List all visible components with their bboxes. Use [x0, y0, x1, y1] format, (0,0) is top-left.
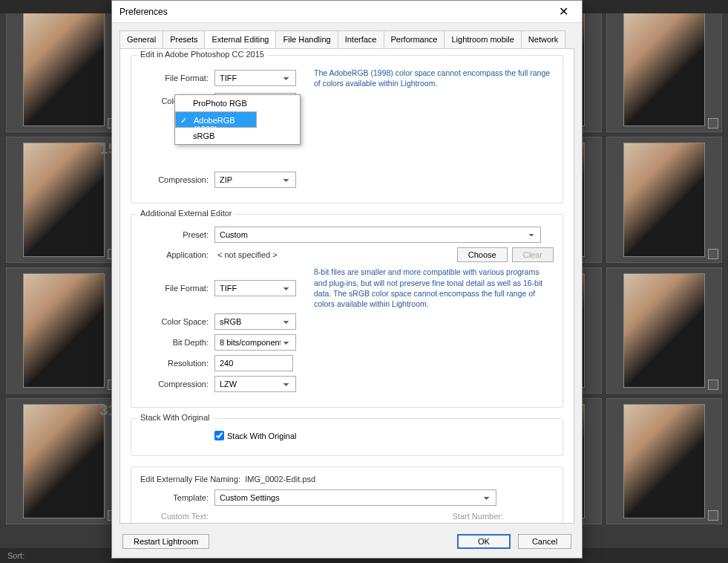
tab-external-editing[interactable]: External Editing — [204, 30, 276, 48]
tab-lightroom-mobile[interactable]: Lightroom mobile — [444, 30, 521, 48]
file-format-label: File Format: — [140, 74, 214, 82]
thumbnail[interactable] — [606, 137, 722, 263]
thumb-badge-icon — [708, 510, 718, 521]
thumbnail[interactable]: 31 — [6, 398, 122, 524]
thumb-badge-icon — [708, 118, 718, 128]
tab-content: Edit in Adobe Photoshop CC 2015 File For… — [119, 48, 574, 524]
cancel-button[interactable]: Cancel — [518, 534, 571, 549]
application-value: < not specified > — [217, 250, 457, 259]
tab-file-handling[interactable]: File Handling — [275, 30, 338, 48]
tab-bar: General Presets External Editing File Ha… — [112, 23, 582, 48]
color-space-dropdown: ProPhoto RGB ✓AdobeRGB (1998) sRGB — [174, 94, 301, 145]
compression-select-2[interactable]: LZW — [214, 376, 296, 392]
tab-network[interactable]: Network — [521, 30, 565, 48]
file-format-select[interactable]: TIFF — [214, 70, 296, 86]
titlebar: Preferences ✕ — [112, 1, 582, 23]
option-prophoto-rgb[interactable]: ProPhoto RGB — [175, 95, 300, 111]
stack-with-original-label: Stack With Original — [227, 432, 297, 440]
application-label: Application: — [140, 250, 214, 259]
thumbnail[interactable] — [606, 398, 722, 524]
tab-interface[interactable]: Interface — [338, 30, 384, 48]
stack-with-original-checkbox[interactable] — [214, 431, 224, 440]
preset-select[interactable]: Custom — [214, 227, 541, 243]
dialog-footer: Restart Lightroom OK Cancel — [112, 528, 582, 558]
file-format-select-2[interactable]: TIFF — [214, 280, 296, 296]
close-icon[interactable]: ✕ — [553, 3, 574, 20]
tab-presets[interactable]: Presets — [163, 30, 205, 48]
thumbnail[interactable] — [606, 6, 722, 132]
tab-general[interactable]: General — [119, 30, 163, 48]
additional-external-editor-group: Additional External Editor Preset: Custo… — [131, 214, 563, 408]
resolution-input[interactable] — [214, 355, 293, 371]
file-naming-group: Edit Externally File Naming: IMG_0002-Ed… — [131, 466, 563, 524]
stack-with-original-group: Stack With Original Stack With Original — [131, 418, 563, 456]
thumbnail[interactable]: 15 — [6, 137, 122, 263]
file-format-info: 8-bit files are smaller and more compati… — [314, 267, 554, 309]
color-space-label: Color Space: — [140, 317, 214, 326]
option-adobergb-1998[interactable]: ✓AdobeRGB (1998) — [175, 111, 257, 128]
colorspace-info: The AdobeRGB (1998) color space cannot e… — [314, 68, 554, 88]
thumbnail[interactable] — [6, 267, 122, 394]
custom-text-label: Custom Text: — [140, 512, 214, 521]
start-number-label: Start Number: — [453, 512, 509, 521]
option-srgb[interactable]: sRGB — [175, 128, 300, 144]
choose-button[interactable]: Choose — [457, 247, 508, 262]
compression-label: Compression: — [140, 380, 214, 388]
thumbnail[interactable] — [6, 6, 122, 132]
group-title: Stack With Original — [137, 413, 213, 422]
group-title: Edit in Adobe Photoshop CC 2015 — [137, 50, 267, 59]
tab-performance[interactable]: Performance — [384, 30, 445, 48]
preferences-dialog: Preferences ✕ General Presets External E… — [111, 0, 583, 559]
compression-label: Compression: — [140, 175, 214, 184]
group-title: Additional External Editor — [137, 209, 235, 218]
thumb-badge-icon — [708, 380, 718, 390]
file-naming-value: IMG_0002-Edit.psd — [245, 475, 315, 484]
thumbnail[interactable] — [606, 267, 722, 394]
edit-in-photoshop-group: Edit in Adobe Photoshop CC 2015 File For… — [131, 55, 563, 204]
check-icon: ✓ — [180, 116, 187, 126]
template-label: Template: — [140, 493, 214, 502]
file-format-label: File Format: — [140, 284, 214, 293]
bit-depth-label: Bit Depth: — [140, 338, 214, 347]
sort-label: Sort: — [7, 551, 24, 560]
bit-depth-select[interactable]: 8 bits/component — [214, 334, 296, 351]
clear-button[interactable]: Clear — [512, 247, 554, 262]
preset-label: Preset: — [140, 230, 214, 239]
window-title: Preferences — [119, 7, 553, 17]
color-space-select-2[interactable]: sRGB — [214, 313, 296, 330]
restart-lightroom-button[interactable]: Restart Lightroom — [122, 534, 209, 549]
ok-button[interactable]: OK — [457, 534, 511, 549]
compression-select[interactable]: ZIP — [214, 172, 296, 188]
resolution-label: Resolution: — [140, 359, 214, 368]
thumb-badge-icon — [708, 249, 718, 259]
template-select[interactable]: Custom Settings — [214, 489, 496, 506]
file-naming-prefix: Edit Externally File Naming: — [140, 475, 240, 484]
